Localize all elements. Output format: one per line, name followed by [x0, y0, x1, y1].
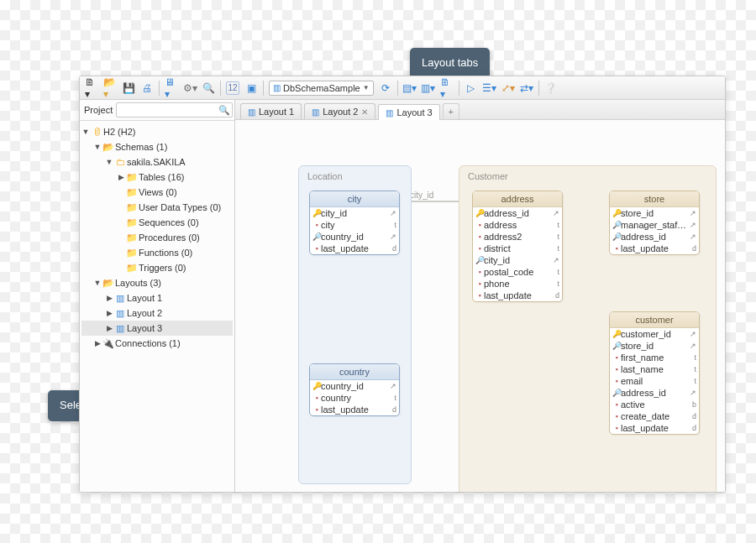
tree-layout-3[interactable]: ▶▥ Layout 3	[81, 321, 233, 336]
layout-icon[interactable]: ▥▾	[422, 81, 435, 95]
tree-node-schema[interactable]: ▼🗀 sakila.SAKILA	[81, 154, 233, 170]
group-customer-title: Customer	[468, 171, 508, 181]
tab-layout-1[interactable]: ▥ Layout 1	[240, 103, 302, 119]
close-icon[interactable]: ✕	[361, 107, 368, 117]
group-location-title: Location	[307, 171, 343, 181]
tree-node-schemas[interactable]: ▼📂 Schemas (1)	[81, 139, 233, 154]
table-icon[interactable]: ▤▾	[403, 81, 417, 95]
callout-layout-tabs: Layout tabs	[410, 48, 490, 79]
entity-country[interactable]: country 🔑country_id↗ ▪countryt ▪last_upd…	[309, 363, 400, 416]
entity-customer[interactable]: customer 🔑customer_id↗ 🔎store_id↗ ▪first…	[609, 311, 700, 435]
layout-tab-icon: ▥	[248, 107, 255, 117]
diagram-canvas[interactable]: city_id country_id address_id address_id…	[235, 120, 725, 492]
monitor-icon[interactable]: 🖥▾	[165, 81, 178, 95]
tree-node-procedures[interactable]: 📁 Procedures (0)	[81, 230, 233, 245]
project-label: Project	[84, 105, 116, 115]
project-search-input[interactable]	[116, 102, 233, 117]
schema-combo[interactable]: ▥ DbSchemaSample▼	[269, 81, 374, 96]
toolbar: 🗎▾ 📂▾ 💾 🖨 🖥▾ ⚙▾ 🔍 12 ▣ ▥ DbSchemaSample▼…	[80, 76, 725, 100]
tree-layout-2[interactable]: ▶▥ Layout 2	[81, 305, 233, 321]
tree-node-sequences[interactable]: 📁 Sequences (0)	[81, 215, 233, 230]
entity-city-header: city	[310, 191, 399, 207]
app-window: 🗎▾ 📂▾ 💾 🖨 🖥▾ ⚙▾ 🔍 12 ▣ ▥ DbSchemaSample▼…	[79, 76, 726, 493]
sync-icon[interactable]: ⇄▾	[520, 81, 533, 95]
tab-add[interactable]: +	[443, 103, 459, 119]
help-icon[interactable]: ❔	[544, 81, 558, 95]
print-icon[interactable]: 🖨	[140, 81, 154, 95]
new-icon[interactable]: 🗎▾	[85, 81, 98, 95]
project-tree-panel: Project 🔍 ▼🛢 H2 (H2) ▼📂 Schemas (1) ▼🗀 s…	[80, 100, 235, 492]
entity-country-header: country	[310, 364, 399, 380]
run-sql-icon[interactable]: ▷	[465, 81, 478, 95]
save-icon[interactable]: 💾	[122, 81, 135, 95]
zoom-icon[interactable]: 🔍	[202, 81, 215, 95]
tree-layout-1[interactable]: ▶▥ Layout 1	[81, 290, 233, 305]
tree-node-functions[interactable]: 📁 Functions (0)	[81, 245, 233, 260]
entity-store[interactable]: store 🔑store_id↗ 🔎manager_staff_id↗ 🔎add…	[609, 191, 700, 255]
layout-tabbar: ▥ Layout 1 ▥ Layout 2 ✕ ▥ Layout 3 +	[235, 100, 725, 120]
project-search: Project 🔍	[80, 100, 234, 121]
tree-node-tables[interactable]: ▶📁 Tables (16)	[81, 170, 233, 185]
tree-node-connections[interactable]: ▶🔌 Connections (1)	[81, 336, 233, 351]
layout-tab-icon: ▥	[312, 107, 319, 117]
report-icon[interactable]: 🗎▾	[440, 81, 454, 95]
tab-layout-3[interactable]: ▥ Layout 3	[378, 104, 439, 120]
tree-root-h2[interactable]: ▼🛢 H2 (H2)	[81, 124, 233, 139]
tree-node-udt[interactable]: 📁 User Data Types (0)	[81, 200, 233, 215]
entity-city[interactable]: city 🔑city_id↗ ▪cityt 🔎country_id↗ ▪last…	[309, 191, 400, 255]
project-tree: ▼🛢 H2 (H2) ▼📂 Schemas (1) ▼🗀 sakila.SAKI…	[80, 121, 234, 354]
layout-tab-icon: ▥	[386, 108, 393, 117]
fit-number-badge[interactable]: 12	[226, 81, 239, 95]
open-icon[interactable]: 📂▾	[103, 81, 117, 95]
canvas-panel: ▥ Layout 1 ▥ Layout 2 ✕ ▥ Layout 3 +	[235, 100, 725, 492]
tab-layout-2[interactable]: ▥ Layout 2 ✕	[304, 103, 375, 119]
entity-customer-header: customer	[610, 312, 699, 328]
script-icon[interactable]: ☰▾	[483, 81, 496, 95]
entity-address-header: address	[473, 191, 562, 207]
tree-node-layouts[interactable]: ▼📂 Layouts (3)	[81, 275, 233, 290]
refresh-icon[interactable]: ⟳	[379, 81, 392, 95]
fit-icon[interactable]: ▣	[244, 81, 258, 95]
entity-address[interactable]: address 🔑address_id↗ ▪addresst ▪address2…	[472, 191, 563, 302]
compare-icon[interactable]: ⤢▾	[501, 81, 515, 95]
tree-node-triggers[interactable]: 📁 Triggers (0)	[81, 260, 233, 275]
entity-store-header: store	[610, 191, 699, 207]
gear-icon[interactable]: ⚙▾	[183, 81, 197, 95]
rel-label-city-id: city_id	[410, 191, 433, 200]
tree-node-views[interactable]: 📁 Views (0)	[81, 185, 233, 200]
